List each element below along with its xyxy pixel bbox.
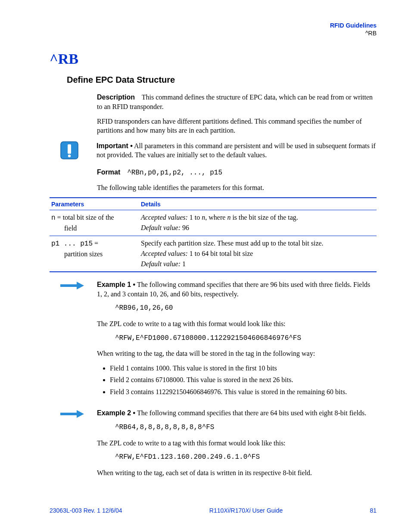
list-item: Field 3 contains 1122921504606846976. Th… (110, 387, 377, 397)
example-1-intro: The following command specifies that the… (97, 281, 370, 298)
details-cell: Accepted values: 1 to n, where n is the … (139, 210, 377, 236)
svg-rect-5 (60, 413, 77, 415)
example-1-code-2: ^RFW,E^FD1000.67108000.11229215046068469… (115, 334, 377, 343)
example-2-label: Example 2 • (97, 409, 135, 417)
header-cmd: ^RB (50, 29, 377, 37)
page: RFID Guidelines ^RB ^RB Define EPC Data … (0, 0, 411, 532)
header-guide: RFID Guidelines (50, 22, 377, 29)
format-line: Format ^RBn,p0,p1,p2, ..., p15 (97, 168, 377, 178)
description-para-1: Description This command defines the str… (97, 93, 377, 111)
description-block: Description This command defines the str… (97, 93, 377, 135)
example-1-body: Example 1 • The following command specif… (97, 280, 377, 402)
parameters-table: Parameters Details n = total bit size of… (50, 197, 377, 272)
th-details: Details (139, 198, 377, 210)
example-1-store-intro: When writing to the tag, the data will b… (97, 349, 377, 358)
svg-point-2 (68, 155, 71, 157)
arrow-icon (60, 282, 84, 291)
example-2-intro: The following command specifies that the… (137, 409, 366, 417)
table-row: n = total bit size of the field Accepted… (50, 210, 377, 236)
example-2-store-intro: When writing to the tag, each set of dat… (97, 468, 377, 478)
svg-rect-1 (68, 144, 71, 154)
important-body: All parameters in this command are persi… (97, 142, 376, 159)
svg-marker-4 (77, 282, 84, 289)
important-text: Important • All parameters in this comma… (97, 141, 377, 160)
format-label: Format (97, 168, 120, 176)
svg-rect-3 (60, 284, 77, 287)
description-para-2: RFID transponders can have different par… (97, 117, 377, 135)
example-1-bullets: Field 1 contains 1000. This value is sto… (103, 364, 377, 397)
example-2-body: Example 2 • The following command specif… (97, 408, 377, 482)
format-block: Format ^RBn,p0,p1,p2, ..., p15 The follo… (97, 168, 377, 192)
example-1: Example 1 • The following command specif… (60, 280, 377, 402)
table-intro: The following table identifies the param… (97, 183, 377, 193)
param-cell: n = total bit size of the field (50, 210, 139, 236)
footer-center: R110Xi/R170Xi User Guide (122, 507, 370, 514)
param-desc: partition sizes (64, 249, 137, 259)
param-desc-inline: total bit size of the (63, 214, 114, 221)
command-subtitle: Define EPC Data Structure (67, 75, 377, 85)
details-cell: Specify each partition size. These must … (139, 236, 377, 272)
example-2: Example 2 • The following command specif… (60, 408, 377, 482)
example-1-label: Example 1 • (97, 281, 135, 288)
param-code: p1 ... p15 (51, 240, 93, 248)
example-2-zpl-intro: The ZPL code to write to a tag with this… (97, 439, 377, 448)
example-1-zpl-intro: The ZPL code to write to a tag with this… (97, 319, 377, 329)
example-2-code-2: ^RFW,E^FD1.123.160.200.249.6.1.0^FS (115, 453, 377, 462)
example-1-code-1: ^RB96,10,26,60 (115, 304, 377, 313)
footer-page-number: 81 (370, 507, 377, 514)
description-label: Description (97, 93, 135, 101)
param-code: n (51, 214, 56, 222)
list-item: Field 1 contains 1000. This value is sto… (110, 364, 377, 373)
command-title: ^RB (50, 51, 377, 67)
example-2-code-1: ^RB64,8,8,8,8,8,8,8,8^FS (115, 423, 377, 432)
arrow-icon (60, 410, 84, 420)
important-label: Important • (97, 142, 133, 149)
important-note: Important • All parameters in this comma… (60, 141, 377, 160)
list-item: Field 2 contains 67108000. This value is… (110, 375, 377, 385)
table-row: p1 ... p15 = partition sizes Specify eac… (50, 236, 377, 272)
important-icon (60, 141, 78, 159)
format-code: ^RBn,p0,p1,p2, ..., p15 (127, 169, 222, 177)
svg-marker-6 (77, 410, 84, 418)
th-parameters: Parameters (50, 198, 139, 210)
page-footer: 23063L-003 Rev. 1 12/6/04 R110Xi/R170Xi … (50, 507, 377, 514)
page-header: RFID Guidelines ^RB (50, 22, 377, 37)
param-desc-cont: field (64, 223, 137, 233)
footer-left: 23063L-003 Rev. 1 12/6/04 (50, 507, 122, 514)
param-cell: p1 ... p15 = partition sizes (50, 236, 139, 272)
